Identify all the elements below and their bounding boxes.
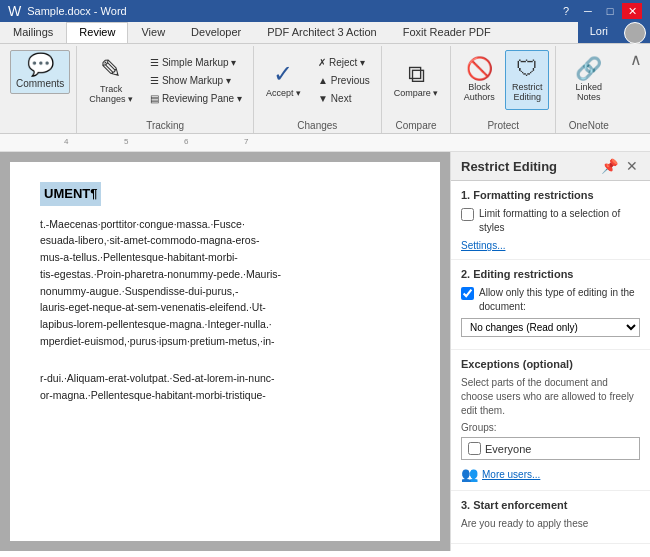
accept-button[interactable]: ✓ Accept ▾ <box>260 50 307 110</box>
formatting-restrictions-section: 1. Formatting restrictions Limit formatt… <box>451 181 650 260</box>
protect-group-label: Protect <box>451 120 555 131</box>
minimize-button[interactable]: ─ <box>578 3 598 19</box>
compare-button[interactable]: ⧉ Compare ▾ <box>388 50 445 110</box>
tab-pdf-architect[interactable]: PDF Architect 3 Action <box>254 22 389 43</box>
comments-group-content: 💬 Comments <box>10 50 70 133</box>
compare-label: Compare ▾ <box>394 88 439 98</box>
track-changes-button[interactable]: ✎ TrackChanges ▾ <box>83 50 139 110</box>
tracking-small-buttons: ☰ Simple Markup ▾ ☰ Show Markup ▾ ▤ Revi… <box>145 54 247 107</box>
linked-notes-icon: 🔗 <box>575 58 602 80</box>
main-area: UMENT¶ t.-Maecenas·porttitor·congue·mass… <box>0 152 650 551</box>
reviewing-pane-button[interactable]: ▤ Reviewing Pane ▾ <box>145 90 247 107</box>
formatting-checkbox-row: Limit formatting to a selection of style… <box>461 207 640 235</box>
simple-markup-button[interactable]: ☰ Simple Markup ▾ <box>145 54 247 71</box>
panel-pin-button[interactable]: 📌 <box>599 158 620 174</box>
document-body: t.-Maecenas·porttitor·congue·massa.·Fusc… <box>40 216 410 350</box>
previous-label: Previous <box>331 75 370 86</box>
doc-line-8: mperdiet-euismod,·purus·ipsum·pretium-me… <box>40 333 410 350</box>
accept-btn-wrapper: ✓ Accept ▾ <box>260 50 307 110</box>
editing-type-dropdown[interactable]: No changes (Read only) Tracked changes C… <box>461 318 640 337</box>
enforcement-title: 3. Start enforcement <box>461 499 640 511</box>
more-users-link[interactable]: More users... <box>482 469 540 480</box>
everyone-checkbox[interactable] <box>468 442 481 455</box>
doc-line-3: mus-a-tellus.·Pellentesque-habitant-morb… <box>40 249 410 266</box>
next-label: Next <box>331 93 352 104</box>
previous-button[interactable]: ▲ Previous <box>313 72 375 89</box>
reject-button[interactable]: ✗ Reject ▾ <box>313 54 375 71</box>
onenote-group-label: OneNote <box>556 120 621 131</box>
linked-notes-label: LinkedNotes <box>576 82 603 102</box>
compare-group-label: Compare <box>382 120 451 131</box>
everyone-label: Everyone <box>485 443 531 455</box>
help-button[interactable]: ? <box>556 3 576 19</box>
reject-label: Reject ▾ <box>329 57 365 68</box>
editing-dropdown-row: No changes (Read only) Tracked changes C… <box>461 318 640 337</box>
ruler-content: 4 5 6 7 <box>4 135 646 151</box>
ribbon-group-comments: 💬 Comments <box>4 46 77 133</box>
linked-notes-button[interactable]: 🔗 LinkedNotes <box>564 50 614 110</box>
tab-foxit[interactable]: Foxit Reader PDF <box>390 22 504 43</box>
formatting-checkbox[interactable] <box>461 208 474 221</box>
editing-checkbox[interactable] <box>461 287 474 300</box>
block-authors-button[interactable]: 🚫 BlockAuthors <box>457 50 501 110</box>
next-button[interactable]: ▼ Next <box>313 90 375 107</box>
ruler-mark-7: 7 <box>244 137 248 146</box>
tab-mailings[interactable]: Mailings <box>0 22 66 43</box>
ribbon-group-onenote: 🔗 LinkedNotes OneNote <box>556 46 621 133</box>
tab-developer[interactable]: Developer <box>178 22 254 43</box>
document-page: UMENT¶ t.-Maecenas·porttitor·congue·mass… <box>10 162 440 541</box>
groups-label: Groups: <box>461 422 640 433</box>
start-enforcement-section: 3. Start enforcement Are you ready to ap… <box>451 491 650 544</box>
restrict-editing-label: RestrictEditing <box>512 82 543 102</box>
exceptions-section: Exceptions (optional) Select parts of th… <box>451 350 650 491</box>
simple-markup-icon: ☰ <box>150 57 159 68</box>
accept-icon: ✓ <box>273 62 293 86</box>
tab-review[interactable]: Review <box>66 22 128 43</box>
ribbon-group-changes: ✓ Accept ▾ ✗ Reject ▾ ▲ Previous ▼ Next <box>254 46 382 133</box>
user-avatar <box>620 22 650 43</box>
editing-section-title: 2. Editing restrictions <box>461 268 640 280</box>
tab-view[interactable]: View <box>128 22 178 43</box>
document-body-2: r-dui.·Aliquam-erat-volutpat.·Sed-at-lor… <box>40 370 410 404</box>
doc-line-5: nonummy-augue.·Suspendisse-dui-purus,- <box>40 283 410 300</box>
comments-tab-btn[interactable]: 💬 Comments <box>10 50 70 94</box>
formatting-section-title: 1. Formatting restrictions <box>461 189 640 201</box>
doc-line-10: or-magna.·Pellentesque-habitant-morbi-tr… <box>40 387 410 404</box>
show-markup-icon: ☰ <box>150 75 159 86</box>
ribbon-tab-bar: Mailings Review View Developer PDF Archi… <box>0 22 650 44</box>
show-markup-button[interactable]: ☰ Show Markup ▾ <box>145 72 247 89</box>
track-changes-label: TrackChanges ▾ <box>89 84 133 104</box>
exceptions-box: Everyone <box>461 437 640 460</box>
editing-restrictions-section: 2. Editing restrictions Allow only this … <box>451 260 650 350</box>
comments-label: Comments <box>16 78 64 90</box>
ruler-mark-6: 6 <box>184 137 188 146</box>
ribbon-collapse-btn[interactable]: ∧ <box>626 46 646 133</box>
restrict-editing-icon: 🛡 <box>516 58 538 80</box>
simple-markup-label: Simple Markup ▾ <box>162 57 236 68</box>
maximize-button[interactable]: □ <box>600 3 620 19</box>
close-button[interactable]: ✕ <box>622 3 642 19</box>
restrict-editing-button[interactable]: 🛡 RestrictEditing <box>505 50 549 110</box>
doc-line-2: esuada-libero,·sit-amet-commodo-magna-er… <box>40 232 410 249</box>
document-area: UMENT¶ t.-Maecenas·porttitor·congue·mass… <box>0 152 450 551</box>
ribbon: 💬 Comments ✎ TrackChanges ▾ ☰ Simple Mar… <box>0 44 650 134</box>
formatting-settings-link[interactable]: Settings... <box>461 240 505 251</box>
tab-user[interactable]: Lori <box>578 22 620 43</box>
panel-header-buttons: 📌 ✕ <box>599 158 640 174</box>
accept-label: Accept ▾ <box>266 88 301 98</box>
ribbon-group-tracking: ✎ TrackChanges ▾ ☰ Simple Markup ▾ ☰ Sho… <box>77 46 254 133</box>
ruler: 4 5 6 7 <box>0 134 650 152</box>
document-heading: UMENT¶ <box>40 182 101 206</box>
more-users-icon: 👥 <box>461 466 478 482</box>
enforcement-description: Are you ready to apply these <box>461 517 640 531</box>
comments-icon: 💬 <box>27 54 54 76</box>
doc-line-1: t.-Maecenas·porttitor·congue·massa.·Fusc… <box>40 216 410 233</box>
reject-icon: ✗ <box>318 57 326 68</box>
title-bar-left: W Sample.docx - Word <box>8 3 127 19</box>
reviewing-pane-label: Reviewing Pane ▾ <box>162 93 242 104</box>
panel-close-button[interactable]: ✕ <box>624 158 640 174</box>
app-icon: W <box>8 3 21 19</box>
ribbon-group-compare: ⧉ Compare ▾ Compare <box>382 46 452 133</box>
ruler-mark-4: 4 <box>64 137 68 146</box>
doc-line-6: lauris-eget-neque-at-sem-venenatis-eleif… <box>40 299 410 316</box>
